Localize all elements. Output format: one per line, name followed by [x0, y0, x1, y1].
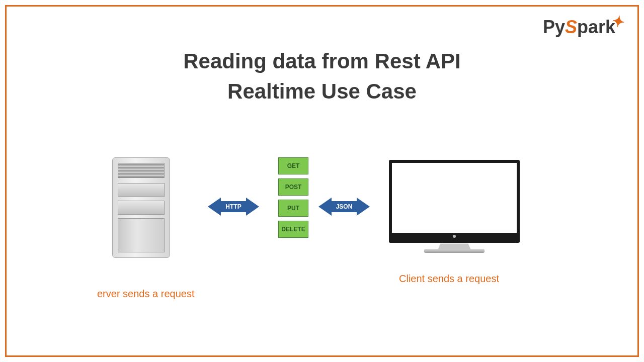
monitor-bezel [389, 160, 520, 243]
server-drive-bay [118, 183, 165, 197]
star-icon: ✦ [611, 12, 626, 31]
http-methods-stack: GET POST PUT DELETE [278, 157, 308, 238]
arrow-head-right-icon [246, 198, 259, 216]
slide-title-line2: Realtime Use Case [7, 79, 637, 104]
monitor-stand [438, 243, 471, 249]
method-delete: DELETE [278, 221, 308, 238]
arrow-head-left-icon [318, 198, 332, 216]
arrow-head-left-icon [208, 198, 221, 216]
arrow-label-http: HTTP [221, 201, 246, 212]
pyspark-logo: PySpark✦ [543, 17, 625, 38]
client-caption: Client sends a request [399, 273, 499, 285]
logo-py: Py [543, 17, 565, 37]
arrow-label-json: JSON [332, 201, 357, 212]
logo-spark-s: S [565, 17, 577, 37]
server-caption: erver sends a request [97, 288, 194, 300]
json-arrow: JSON [318, 198, 370, 216]
server-drive-bay [118, 201, 165, 215]
client-monitor-icon [389, 160, 520, 260]
method-post: POST [278, 178, 308, 196]
logo-spark-rest: park [577, 17, 615, 37]
arrow-head-right-icon [357, 198, 370, 216]
monitor-chin [392, 233, 517, 240]
method-put: PUT [278, 200, 308, 217]
slide-frame: PySpark✦ Reading data from Rest API Real… [5, 5, 639, 357]
server-icon [112, 157, 170, 258]
method-get: GET [278, 157, 308, 174]
server-door [118, 218, 165, 252]
slide-title-line1: Reading data from Rest API [7, 49, 637, 73]
http-arrow: HTTP [208, 198, 259, 216]
